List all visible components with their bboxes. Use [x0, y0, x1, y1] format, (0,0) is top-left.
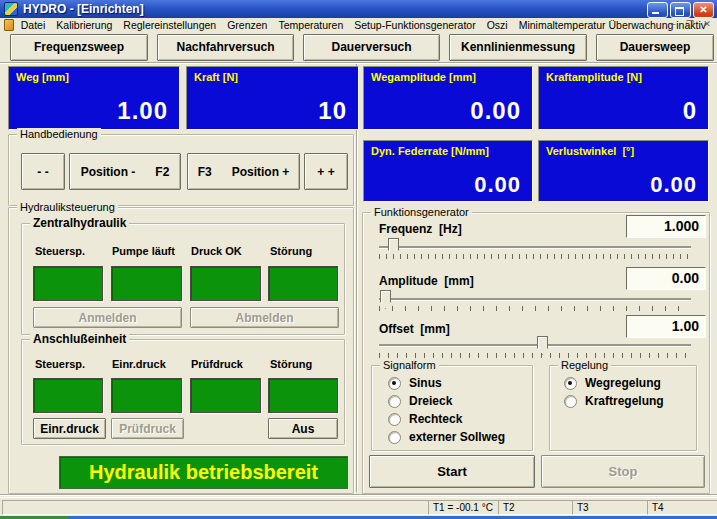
mdi-restore-icon[interactable]: ❐ [684, 18, 696, 31]
position-plus-button[interactable]: F3 Position + [187, 153, 300, 190]
amplitude-value-field[interactable]: 0.00 [626, 267, 706, 290]
anmelden-button[interactable]: Anmelden [33, 307, 182, 328]
tab-nachfahrversuch[interactable]: Nachfahrversuch [157, 34, 294, 61]
display-kraftamplitude-value: 0 [683, 97, 697, 125]
statusbar-filler [2, 500, 429, 515]
menu-reglereinstellungen[interactable]: Reglereinstellungen [123, 19, 216, 31]
group-anschlusseinheit: Anschlußeinheit Steuersp. Einr.druck Prü… [21, 339, 345, 445]
offset-slider-ticks [379, 353, 691, 358]
tab-dauerversuch[interactable]: Dauerversuch [303, 34, 440, 61]
menu-temperaturen[interactable]: Temperaturen [278, 19, 343, 31]
frequenz-value-field[interactable]: 1.000 [626, 215, 706, 238]
display-kraftamplitude: Kraftamplitude [N] 0 [538, 66, 709, 130]
frequenz-slider-track[interactable] [379, 246, 691, 249]
start-button[interactable]: Start [369, 455, 535, 488]
hydraulik-status-banner: Hydraulik betriebsbereit [59, 456, 348, 489]
radio-rechteck[interactable]: Rechteck [388, 412, 462, 426]
menu-oszi[interactable]: Oszi [487, 19, 508, 31]
group-signalform-title: Signalform [380, 359, 439, 371]
display-kraft-label: Kraft [N] [187, 67, 358, 83]
indicator-lamp-stoerung2 [268, 378, 338, 413]
indicator-lamp-pumpe-laeuft [111, 266, 182, 301]
aus-button[interactable]: Aus [268, 418, 338, 439]
display-verlustwinkel: Verlustwinkel [°] 0.00 [538, 140, 709, 202]
group-hydrauliksteuerung: Hydrauliksteuerung Zentralhydraulik Steu… [8, 207, 354, 494]
display-weg-label: Weg [mm] [9, 67, 179, 83]
indicator-lamp-steuersp2 [33, 378, 103, 413]
radio-kraftregelung-icon[interactable] [564, 395, 577, 408]
radio-rechteck-icon[interactable] [388, 413, 401, 426]
mdi-minimize-icon[interactable]: – [667, 18, 679, 31]
radio-externer-sollweg[interactable]: externer Sollweg [388, 430, 505, 444]
radio-kraftregelung-label: Kraftregelung [585, 394, 664, 408]
indicator-lamp-stoerung [268, 266, 338, 301]
offset-value-field[interactable]: 1.00 [626, 315, 706, 338]
statusbar-t3: T3 [572, 500, 648, 515]
menu-kalibrierung[interactable]: Kalibrierung [56, 19, 112, 31]
tab-dauersweep[interactable]: Dauersweep [596, 34, 714, 61]
einrdruck-button[interactable]: Einr.druck [33, 418, 106, 439]
indicator-label-steuersp2: Steuersp. [35, 358, 85, 370]
menu-setup-funktionsgenerator[interactable]: Setup-Funktionsgenerator [354, 19, 475, 31]
group-handbedienung: Handbedienung - - Position - F2 F3 Posit… [8, 134, 354, 206]
divider [0, 494, 717, 496]
abmelden-button[interactable]: Abmelden [190, 307, 339, 328]
indicator-label-einrdruck: Einr.druck [112, 358, 166, 370]
amplitude-slider-track[interactable] [379, 298, 691, 301]
display-verlustwinkel-value: 0.00 [650, 172, 697, 198]
mdi-window-buttons: – ❐ ✕ [667, 18, 713, 31]
group-handbedienung-title: Handbedienung [17, 128, 101, 140]
radio-wegregelung[interactable]: Wegregelung [564, 376, 661, 390]
statusbar-t4: T4 [647, 500, 717, 515]
display-weg: Weg [mm] 1.00 [8, 66, 180, 130]
jog-fast-plus-button[interactable]: + + [304, 153, 348, 190]
menu-datei[interactable]: Datei [21, 19, 46, 31]
display-weg-value: 1.00 [117, 97, 168, 125]
indicator-label-druck-ok: Druck OK [191, 245, 242, 257]
position-minus-button[interactable]: Position - F2 [69, 153, 181, 190]
indicator-lamp-pruefdruck [190, 378, 261, 413]
menubar: Datei Kalibrierung Reglereinstellungen G… [0, 18, 717, 32]
mdi-close-icon[interactable]: ✕ [701, 18, 713, 31]
display-wegamplitude-label: Wegamplitude [mm] [364, 67, 532, 83]
radio-externer-sollweg-icon[interactable] [388, 431, 401, 444]
frequenz-label: Frequenz [Hz] [379, 222, 462, 236]
minimize-icon[interactable] [647, 2, 668, 18]
offset-label: Offset [mm] [379, 322, 450, 336]
display-kraftamplitude-label: Kraftamplitude [N] [539, 67, 708, 83]
close-icon[interactable] [693, 2, 714, 18]
app-icon [4, 2, 18, 16]
statusbar: T1 = -00.1 °C T2 T3 T4 [0, 497, 717, 517]
radio-wegregelung-icon[interactable] [564, 377, 577, 390]
display-federrate-label: Dyn. Federrate [N/mm] [364, 141, 532, 157]
radio-kraftregelung[interactable]: Kraftregelung [564, 394, 664, 408]
group-zentralhydraulik: Zentralhydraulik Steuersp. Pumpe läuft D… [21, 223, 345, 335]
indicator-label-steuersp: Steuersp. [35, 245, 85, 257]
group-hydrauliksteuerung-title: Hydrauliksteuerung [17, 201, 118, 213]
divider [0, 62, 717, 64]
display-kraft: Kraft [N] 10 [186, 66, 359, 130]
display-federrate-value: 0.00 [474, 172, 521, 198]
restore-icon[interactable] [670, 2, 691, 18]
tab-frequenzsweep[interactable]: Frequenzsweep [10, 34, 148, 61]
radio-sinus-icon[interactable] [388, 377, 401, 390]
offset-slider-track[interactable] [379, 344, 691, 347]
display-wegamplitude: Wegamplitude [mm] 0.00 [363, 66, 533, 130]
stop-button[interactable]: Stop [541, 455, 705, 488]
frequenz-slider-ticks [379, 254, 691, 259]
radio-dreieck-icon[interactable] [388, 395, 401, 408]
pruefdruck-button[interactable]: Prüfdruck [111, 418, 184, 439]
amplitude-label: Amplitude [mm] [379, 274, 474, 288]
titlebar: HYDRO - [Einrichten] [0, 0, 717, 18]
group-anschlusseinheit-title: Anschlußeinheit [30, 332, 129, 346]
group-funktionsgenerator: Funktionsgenerator Frequenz [Hz] 1.000 A… [362, 212, 710, 494]
radio-sinus[interactable]: Sinus [388, 376, 442, 390]
tab-kennlinienmessung[interactable]: Kennlinienmessung [449, 34, 587, 61]
indicator-lamp-steuersp [33, 266, 103, 301]
radio-dreieck[interactable]: Dreieck [388, 394, 452, 408]
menu-grenzen[interactable]: Grenzen [227, 19, 267, 31]
jog-fast-minus-button[interactable]: - - [21, 153, 65, 190]
display-kraft-value: 10 [318, 97, 347, 125]
window-title: HYDRO - [Einrichten] [23, 2, 144, 16]
radio-rechteck-label: Rechteck [409, 412, 462, 426]
